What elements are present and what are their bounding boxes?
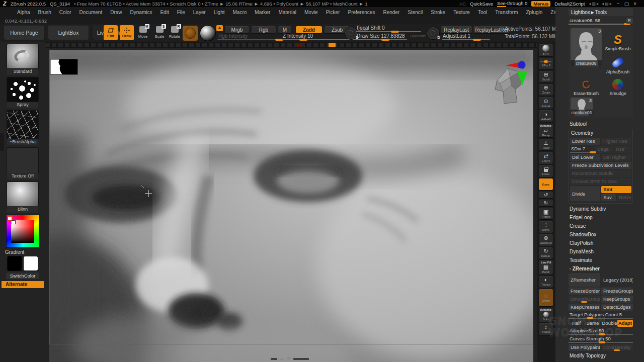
recent-tool-thumbnail[interactable]: 3 creature06	[571, 98, 593, 116]
menu-stencil[interactable]: Stencil	[404, 10, 427, 15]
shelf-button-aahalf[interactable]: ◑AAHalf	[539, 110, 553, 122]
menu-picker[interactable]: Picker	[322, 10, 344, 15]
zadd-button[interactable]: Zadd	[296, 26, 322, 33]
current-tool-thumbnail[interactable]: 3 creature06	[571, 28, 602, 66]
see-through-slider[interactable]: See-through 0	[497, 1, 527, 7]
menu-transform[interactable]: Transform	[491, 10, 522, 15]
default-zscript-button[interactable]: DefaultZScript	[554, 1, 585, 7]
adapt-toggle[interactable]: Adapt	[617, 320, 633, 327]
del-lower-button[interactable]: Del Lower	[570, 154, 600, 161]
del-higher-button[interactable]: Del Higher	[601, 154, 631, 161]
lightbox-tools-header[interactable]: Lightbox►Tools	[569, 9, 633, 16]
suv-toggle[interactable]: Suv	[601, 194, 616, 201]
shelf-button-zoom3d[interactable]: ⊛Zoom3D	[539, 234, 553, 246]
focal-shift-slider[interactable]: Focal Shift 0	[356, 25, 421, 32]
menu-marker[interactable]: Marker	[251, 10, 274, 15]
curves-strength-slider[interactable]: Curves Strength 50	[569, 336, 633, 343]
alpha-thumbnail[interactable]	[7, 111, 38, 139]
cage-button[interactable]: Cage	[595, 146, 613, 153]
menu-zplugin[interactable]: Zplugin	[522, 10, 547, 15]
shelf-button-local[interactable]: Local	[539, 165, 553, 177]
stroke-thumbnail[interactable]	[7, 77, 38, 102]
replay-last-button[interactable]: ReplayLast	[441, 26, 472, 33]
bottom-tray-toggle[interactable]	[271, 357, 309, 360]
menu-tool[interactable]: Tool	[474, 10, 491, 15]
freeze-groups-button[interactable]: FreezeGroups	[601, 288, 633, 295]
sdiv-slider[interactable]: SDiv 7	[570, 146, 594, 153]
r-button[interactable]: R	[626, 18, 633, 24]
secondary-color-swatch[interactable]	[24, 256, 38, 270]
shelf-button-zoom[interactable]: ⊕Zoom	[539, 84, 553, 96]
menu-edit[interactable]: Edit	[156, 10, 173, 15]
window-controls[interactable]: −▢×	[617, 1, 641, 7]
shelf-button-move[interactable]: ⊹Move	[539, 221, 553, 233]
main-color-swatch[interactable]	[8, 256, 22, 270]
legacy-2018-button[interactable]: Legacy (2018)	[601, 274, 633, 287]
shelf-button-undo-arrow[interactable]: ↺	[539, 192, 553, 198]
scale-mode-button[interactable]: S Scale	[153, 26, 166, 40]
lightbox-button[interactable]: LightBox	[48, 26, 89, 40]
higher-res-button[interactable]: Higher Res	[601, 138, 631, 145]
keep-groups-button[interactable]: KeepGroups	[601, 296, 633, 303]
shelf-button-frame[interactable]: ▣Frame	[539, 208, 553, 219]
divide-button[interactable]: Divide	[570, 186, 600, 201]
alphabrush-tool[interactable]: AlphaBrush	[603, 51, 633, 74]
menus-button[interactable]: Menus	[531, 1, 550, 7]
lower-res-button[interactable]: Lower Res	[570, 138, 600, 145]
section-claypolish[interactable]: ClayPolish	[569, 239, 633, 247]
double-button[interactable]: Double	[601, 320, 617, 327]
shelf-button-scroll[interactable]: ⊞Scroll	[539, 71, 553, 82]
sculpt-viewport[interactable]	[45, 48, 537, 362]
use-polypaint-button[interactable]: Use Polypaint	[569, 344, 600, 351]
shelf-button-gxyz[interactable]: Gxyz	[539, 178, 553, 190]
current-brush-thumbnail[interactable]	[7, 44, 38, 68]
a-badge[interactable]: A	[216, 25, 223, 31]
menu-macro[interactable]: Macro	[229, 10, 251, 15]
freeze-border-button[interactable]: FreezeBorder	[569, 288, 600, 295]
menu-movie[interactable]: Movie	[300, 10, 322, 15]
detect-edges-button[interactable]: DetectEdges	[601, 304, 633, 311]
home-page-button[interactable]: Home Page	[4, 26, 44, 40]
shelf-button-ghost[interactable]: ◌Ghost	[539, 289, 553, 306]
zremesher-section-header[interactable]: ▪ ZRemesher	[569, 265, 633, 273]
menu-dynamics[interactable]: Dynamics	[126, 10, 156, 15]
geometry-section-header[interactable]: Geometry	[570, 130, 631, 137]
shelf-button-polyf[interactable]: Line Fill▦PolyF	[539, 260, 553, 275]
menu-texture[interactable]: Texture	[449, 10, 474, 15]
menu-light[interactable]: Light	[210, 10, 229, 15]
quicksave-button[interactable]: QuickSave	[470, 1, 493, 7]
menu-document[interactable]: Document	[75, 10, 107, 15]
eraserbrush-tool[interactable]: C EraserBrush	[571, 76, 602, 96]
menu-stroke[interactable]: Stroke	[427, 10, 449, 15]
shelf-button-l-sym[interactable]: ⇄L.Sym	[539, 152, 553, 164]
rotate-mode-button[interactable]: R Rotate	[168, 26, 181, 40]
shelf-button-transp[interactable]: ◐Transp	[539, 276, 553, 288]
shelf-button-persp[interactable]: Dynamic▱Persp	[539, 124, 553, 138]
menu-color[interactable]: Color	[55, 10, 75, 15]
color-picker[interactable]	[7, 215, 39, 247]
alpha-picker-button[interactable]: D	[427, 27, 439, 39]
target-polygons-slider[interactable]: Target Polygons Count 5	[569, 312, 633, 319]
subtool-section-header[interactable]: Subtool	[569, 120, 633, 128]
zremesher-button[interactable]: ZRemesher	[569, 274, 600, 287]
edit-mode-button[interactable]: Edit	[104, 25, 118, 40]
section-dynamic-subdiv[interactable]: Dynamic Subdiv	[569, 205, 633, 213]
switch-color-button[interactable]: SwitchColor	[6, 273, 39, 279]
draw-mode-button[interactable]: Draw	[120, 25, 134, 40]
material-thumbnail[interactable]	[7, 182, 38, 206]
current-brush-button[interactable]	[183, 26, 198, 41]
shelf-button-floor[interactable]: ⊥Floor	[539, 139, 553, 150]
menu-alpha[interactable]: Alpha	[13, 10, 34, 15]
adaptive-size-slider[interactable]: AdaptiveSize 50	[569, 328, 633, 335]
shelf-button-spix-3[interactable]: SPix 3	[539, 58, 553, 69]
reconstruct-subdiv-button[interactable]: Reconstruct Subdiv	[570, 170, 631, 177]
menu-brush[interactable]: Brush	[34, 10, 55, 15]
m-button[interactable]: M	[278, 26, 291, 33]
section-shadowbox[interactable]: ShadowBox	[569, 231, 633, 238]
doc-nav-icons[interactable]: ◂▥▸ ◂▤▸	[589, 2, 612, 6]
freeze-subdivision-button[interactable]: Freeze SubDivision Levels	[570, 162, 631, 169]
dynamic-label[interactable]: Dynamic	[410, 34, 426, 38]
shelf-button-redo-arrow[interactable]: ↻	[539, 200, 553, 206]
half-button[interactable]: Half	[569, 320, 584, 327]
menu-layer[interactable]: Layer	[189, 10, 210, 15]
